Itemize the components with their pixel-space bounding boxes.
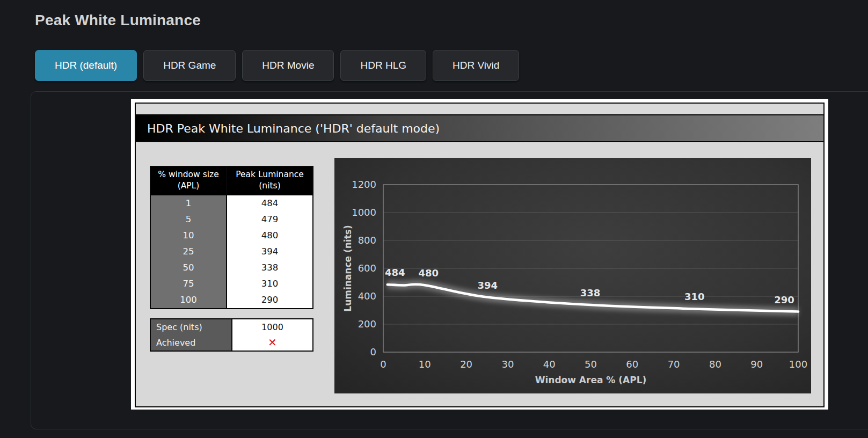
page: Peak White Luminance HDR (default) HDR G…: [0, 0, 868, 438]
svg-text:10: 10: [419, 359, 431, 370]
svg-text:1200: 1200: [352, 179, 376, 190]
svg-text:Luminance (nits): Luminance (nits): [342, 225, 353, 311]
svg-text:394: 394: [478, 280, 498, 291]
svg-text:0: 0: [370, 346, 376, 357]
column-header-window-size: % window size (APL): [150, 166, 227, 195]
svg-text:1000: 1000: [352, 207, 376, 218]
svg-text:200: 200: [358, 318, 376, 330]
svg-text:600: 600: [358, 262, 376, 274]
spec-value: 1000: [232, 319, 313, 335]
svg-text:0: 0: [380, 359, 386, 370]
svg-text:20: 20: [460, 359, 472, 370]
page-title: Peak White Luminance: [35, 12, 201, 29]
tab-hdr-default[interactable]: HDR (default): [35, 50, 137, 81]
svg-text:800: 800: [358, 235, 376, 246]
luminance-chart: 0200400600800100012000102030405060708090…: [334, 158, 811, 393]
svg-text:30: 30: [501, 359, 514, 370]
report-title: HDR Peak White Luminance ('HDR' default …: [136, 115, 823, 142]
table-row: 25394: [150, 244, 313, 260]
tab-hdr-hlg[interactable]: HDR HLG: [340, 50, 426, 81]
luminance-table: % window size (APL) Peak Luminance (nits…: [150, 166, 313, 309]
svg-text:80: 80: [709, 359, 721, 370]
svg-text:480: 480: [419, 267, 439, 279]
report-image: HDR Peak White Luminance ('HDR' default …: [131, 99, 828, 410]
table-row: 50338: [150, 260, 313, 276]
achieved-row: Achieved ✕: [150, 335, 313, 351]
svg-text:484: 484: [385, 267, 405, 278]
table-row: 10480: [150, 228, 313, 244]
tab-hdr-vivid[interactable]: HDR Vivid: [433, 50, 519, 81]
report-frame: HDR Peak White Luminance ('HDR' default …: [135, 103, 825, 407]
table-row: 75310: [150, 276, 313, 292]
svg-text:100: 100: [789, 359, 807, 370]
svg-text:40: 40: [543, 359, 556, 370]
svg-text:400: 400: [358, 290, 376, 302]
svg-text:50: 50: [585, 359, 597, 370]
report-body: % window size (APL) Peak Luminance (nits…: [136, 142, 823, 406]
mode-tabs: HDR (default) HDR Game HDR Movie HDR HLG…: [35, 50, 519, 81]
tab-hdr-movie[interactable]: HDR Movie: [242, 50, 334, 81]
tab-hdr-game[interactable]: HDR Game: [143, 50, 236, 81]
svg-text:60: 60: [626, 359, 638, 370]
table-row: 100290: [150, 292, 313, 309]
svg-text:Window Area % (APL): Window Area % (APL): [535, 375, 647, 385]
svg-text:290: 290: [774, 294, 794, 305]
not-achieved-x-icon: ✕: [268, 336, 277, 349]
column-header-peak-luminance: Peak Luminance (nits): [227, 166, 313, 195]
spec-row: Spec (nits) 1000: [150, 319, 313, 335]
spec-table: Spec (nits) 1000 Achieved ✕: [150, 318, 313, 352]
achieved-label: Achieved: [150, 335, 232, 351]
table-row: 1484: [150, 195, 313, 211]
report-top-strip: [136, 104, 823, 115]
svg-text:70: 70: [668, 359, 680, 370]
svg-text:338: 338: [580, 287, 601, 298]
content-panel: HDR Peak White Luminance ('HDR' default …: [31, 91, 868, 429]
svg-text:310: 310: [684, 291, 705, 302]
spec-label: Spec (nits): [150, 319, 232, 335]
table-row: 5479: [150, 211, 313, 228]
svg-text:90: 90: [750, 359, 763, 370]
